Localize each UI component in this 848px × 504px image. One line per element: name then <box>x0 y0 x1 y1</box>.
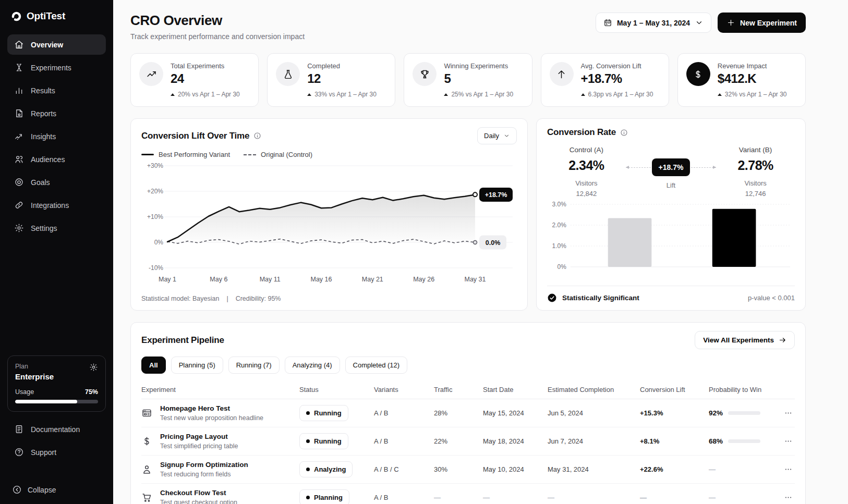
person-icon <box>141 464 152 475</box>
usage-progress-bar <box>15 400 98 403</box>
table-body: Homepage Hero Test Test new value propos… <box>141 399 795 504</box>
sidebar-item-reports[interactable]: Reports <box>7 103 106 124</box>
svg-text:+10%: +10% <box>147 213 163 220</box>
est-completion-cell: — <box>548 494 640 501</box>
main-content: CRO Overview Track experiment performanc… <box>113 0 848 504</box>
column-header: Traffic <box>434 386 483 394</box>
kpi-card-revenue-impact: Revenue Impact $412.K 32% vs Apr 1 – Apr… <box>677 53 806 107</box>
reports-icon <box>14 108 24 118</box>
table-row: Checkout Flow Test Test guest checkout o… <box>141 484 795 504</box>
plus-icon <box>726 18 735 27</box>
svg-text:+18.7%: +18.7% <box>485 191 507 199</box>
est-completion-cell: Jun 5, 2024 <box>548 409 640 417</box>
conversion-lift-cell: +8.1% <box>640 437 709 445</box>
variant-rate: 2.78% <box>716 158 795 173</box>
status-dot-icon <box>306 468 310 471</box>
table-row: Homepage Hero Test Test new value propos… <box>141 399 795 427</box>
dashed-arrow-right <box>691 167 716 168</box>
svg-text:1.0%: 1.0% <box>552 242 567 250</box>
plan-label: Plan <box>15 363 54 370</box>
usage-value: 75% <box>85 388 98 396</box>
svg-text:May 11: May 11 <box>260 276 281 283</box>
usage-progress-fill <box>15 400 77 403</box>
usage-label: Usage <box>15 388 34 396</box>
svg-text:0%: 0% <box>558 263 567 271</box>
row-menu-button[interactable] <box>782 407 795 420</box>
brand-logo: OptiTest <box>7 10 106 34</box>
date-range-picker[interactable]: May 1 – May 31, 2024 <box>596 13 711 33</box>
delta-up-icon <box>581 93 585 96</box>
kpi-row: Total Experiments 24 20% vs Apr 1 – Apr … <box>130 53 806 107</box>
filter-planning[interactable]: Planning (5) <box>171 357 223 374</box>
dashed-line-swatch <box>244 154 256 155</box>
sidebar-item-experiments[interactable]: Experiments <box>7 57 106 78</box>
sidebar-item-overview[interactable]: Overview <box>7 34 106 55</box>
conversion-lift-line-chart: +30%+20%+10%0%-10%May 1May 6May 11May 16… <box>141 159 517 293</box>
sidebar-collapse[interactable]: Collapse <box>7 480 106 495</box>
status-badge: Running <box>299 405 348 421</box>
delta-up-icon <box>171 93 175 96</box>
period-select[interactable]: Daily <box>477 127 517 144</box>
plan-card: Plan Enterprise Usage 75% <box>7 355 106 412</box>
start-date-cell: May 10, 2024 <box>483 465 548 473</box>
kpi-value: 5 <box>444 71 513 86</box>
row-menu-button[interactable] <box>782 435 795 448</box>
audiences-icon <box>14 154 24 164</box>
experiments-icon <box>14 63 24 72</box>
info-icon[interactable] <box>253 132 261 140</box>
gear-icon[interactable] <box>89 363 98 372</box>
info-icon[interactable] <box>620 129 628 137</box>
sidebar-item-integrations[interactable]: Integrations <box>7 195 106 215</box>
insights-icon <box>14 131 24 141</box>
conversion-lift-cell: — <box>640 494 709 501</box>
new-experiment-button[interactable]: New Experiment <box>718 13 806 33</box>
variant-stats: Variant (B) 2.78% Visitors 12,746 <box>716 146 795 199</box>
delta-up-icon <box>444 93 448 96</box>
p-value: p-value < 0.001 <box>748 294 795 302</box>
sidebar-item-audiences[interactable]: Audiences <box>7 149 106 169</box>
probability-value: 92% <box>709 409 723 417</box>
svg-text:May 1: May 1 <box>159 276 176 283</box>
sidebar-item-settings[interactable]: Settings <box>7 218 106 238</box>
kpi-value: 24 <box>171 71 240 86</box>
traffic-cell: 22% <box>434 437 483 445</box>
arrow-right-icon <box>779 336 786 344</box>
sidebar-item-results[interactable]: Results <box>7 80 106 101</box>
probability-bar <box>728 411 760 415</box>
status-badge: Planning <box>299 489 349 504</box>
sidebar: OptiTest Overview Experiments Results Re… <box>0 0 113 504</box>
sidebar-item-support[interactable]: Support <box>7 442 106 462</box>
browser-icon <box>141 408 152 419</box>
view-all-experiments-button[interactable]: View All Experiments <box>695 331 795 349</box>
experiment-description: Test guest checkout option <box>160 499 237 504</box>
filter-all[interactable]: All <box>141 357 166 374</box>
est-completion-cell: May 31, 2024 <box>548 465 640 473</box>
svg-text:May 21: May 21 <box>362 276 383 283</box>
filter-completed[interactable]: Completed (12) <box>345 357 408 374</box>
cart-icon <box>141 492 152 503</box>
column-header: Status <box>299 386 374 394</box>
sidebar-item-goals[interactable]: Goals <box>7 172 106 192</box>
row-menu-button[interactable] <box>782 463 795 476</box>
svg-text:May 26: May 26 <box>413 276 434 283</box>
sidebar-footer-nav: Documentation Support <box>7 419 106 465</box>
traffic-cell: 30% <box>434 465 483 473</box>
svg-text:0.0%: 0.0% <box>486 239 501 247</box>
table-header-row: ExperimentStatusVariantsTrafficStart Dat… <box>141 381 795 399</box>
sidebar-nav: Overview Experiments Results Reports Ins… <box>7 34 106 241</box>
sidebar-item-insights[interactable]: Insights <box>7 126 106 146</box>
row-menu-button[interactable] <box>782 491 795 504</box>
start-date-cell: May 18, 2024 <box>483 437 548 445</box>
conversion-lift-chart-card: Conversion Lift Over Time Daily Best Per… <box>130 118 528 311</box>
filter-analyzing[interactable]: Analyzing (4) <box>285 357 340 374</box>
solid-line-swatch <box>141 154 154 155</box>
est-completion-cell: Jun 7, 2024 <box>548 437 640 445</box>
lift-indicator: +18.7% Lift <box>626 146 716 199</box>
experiment-description: Test simplified pricing table <box>160 442 238 450</box>
lift-badge: +18.7% <box>652 158 690 176</box>
status-dot-icon <box>306 496 310 499</box>
kpi-card-avg-conversion-lift: Avg. Conversion Lift +18.7% 6.3pp vs Apr… <box>541 53 669 107</box>
sidebar-item-documentation[interactable]: Documentation <box>7 419 106 439</box>
filter-running[interactable]: Running (7) <box>228 357 280 374</box>
traffic-cell: — <box>434 494 483 501</box>
